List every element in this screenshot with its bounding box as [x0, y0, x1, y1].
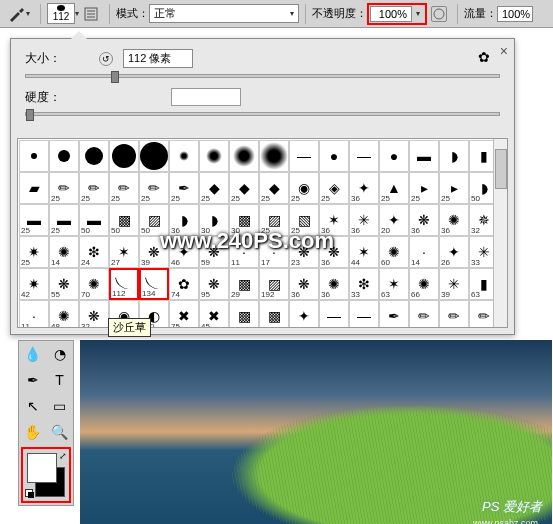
brush-preset[interactable]: ✏25 [109, 172, 139, 204]
brush-preset[interactable]: ✷42 [19, 268, 49, 300]
brush-preset[interactable]: ✿74 [169, 268, 199, 300]
foreground-color[interactable] [27, 453, 57, 483]
brush-preset[interactable]: ·11 [19, 300, 49, 328]
opacity-input[interactable]: 100% [370, 6, 412, 22]
close-icon[interactable]: × [500, 43, 508, 59]
hardness-input[interactable] [171, 88, 241, 106]
brush-preset[interactable]: ◗30 [199, 204, 229, 236]
scrollbar-vertical[interactable] [493, 139, 507, 327]
brush-preset[interactable]: ❋55 [49, 268, 79, 300]
brush-preset[interactable]: ◗36 [169, 204, 199, 236]
hardness-slider[interactable] [25, 112, 500, 116]
default-colors-icon[interactable] [25, 489, 35, 499]
brush-preset[interactable]: ◆25 [199, 172, 229, 204]
brush-preset[interactable]: ❇33 [349, 268, 379, 300]
brush-preset[interactable]: ✦20 [379, 204, 409, 236]
tool-zoom[interactable]: 🔍 [46, 419, 73, 445]
brush-preset[interactable]: ◈25 [319, 172, 349, 204]
swap-colors-icon[interactable]: ⤢ [59, 451, 67, 461]
brush-preset[interactable]: ✦46 [169, 236, 199, 268]
brush-preset[interactable]: — [349, 300, 379, 328]
brush-preset[interactable]: ▩50 [109, 204, 139, 236]
brush-preset[interactable]: ◉25 [289, 172, 319, 204]
brush-preset[interactable]: ▸25 [439, 172, 469, 204]
brush-preset[interactable]: ✦36 [349, 172, 379, 204]
brush-preset[interactable]: ▧25 [289, 204, 319, 236]
brush-preset[interactable]: ▩ [229, 300, 259, 328]
brush-preset[interactable] [199, 140, 229, 172]
brush-preset[interactable]: ✺14 [49, 236, 79, 268]
brush-preset[interactable]: ● [379, 140, 409, 172]
brush-preset[interactable] [49, 140, 79, 172]
brush-preset[interactable]: ❋39 [139, 236, 169, 268]
brush-preset[interactable]: ✒25 [169, 172, 199, 204]
brush-preset-picker[interactable]: 112 [47, 3, 75, 24]
brush-preset[interactable]: ❋59 [199, 236, 229, 268]
brush-preset[interactable]: ✺36 [439, 204, 469, 236]
brush-preset[interactable]: ✏25 [139, 172, 169, 204]
tool-dodge[interactable]: ◔ [46, 341, 73, 367]
brush-preset[interactable]: ▲25 [379, 172, 409, 204]
brush-preset[interactable]: ❋36 [289, 268, 319, 300]
size-input[interactable]: 112 像素 [123, 49, 193, 68]
brush-preset[interactable]: ✷25 [19, 236, 49, 268]
brush-preset[interactable]: ◆25 [229, 172, 259, 204]
brush-preset[interactable] [229, 140, 259, 172]
brush-preset[interactable]: ✖45 [199, 300, 229, 328]
brush-preset[interactable]: ▨50 [139, 204, 169, 236]
brush-preset[interactable]: — [349, 140, 379, 172]
tool-path[interactable]: ↖ [19, 393, 46, 419]
brush-preset[interactable]: ▬50 [79, 204, 109, 236]
size-slider[interactable] [25, 74, 500, 78]
brush-preset[interactable]: ✒ [379, 300, 409, 328]
brush-preset[interactable]: ▬25 [19, 204, 49, 236]
brush-preset[interactable]: ✶27 [109, 236, 139, 268]
brush-tool-icon[interactable]: ▾ [4, 4, 34, 24]
brush-preset[interactable] [139, 140, 169, 172]
brush-preset[interactable]: — [319, 300, 349, 328]
brush-preset[interactable]: ❋23 [289, 236, 319, 268]
brush-preset[interactable]: ✏ [439, 300, 469, 328]
brush-preset[interactable]: ▬ [409, 140, 439, 172]
flow-input[interactable]: 100% [497, 6, 533, 22]
tool-shape[interactable]: ▭ [46, 393, 73, 419]
brush-preset[interactable]: ·11 [229, 236, 259, 268]
brush-preset[interactable]: ● [319, 140, 349, 172]
brush-preset[interactable]: — [289, 140, 319, 172]
brush-preset[interactable]: ✺60 [379, 236, 409, 268]
chevron-down-icon[interactable]: ▾ [412, 9, 424, 18]
brush-preset[interactable]: ▩ [259, 300, 289, 328]
brush-preset[interactable]: ✏25 [79, 172, 109, 204]
brush-preset[interactable]: ▰ [19, 172, 49, 204]
brush-preset[interactable]: ◗ [439, 140, 469, 172]
brush-preset[interactable]: ▬25 [49, 204, 79, 236]
brush-preset[interactable]: ✏25 [49, 172, 79, 204]
brush-preset[interactable]: ▩29 [229, 268, 259, 300]
brush-preset[interactable]: ✳39 [439, 268, 469, 300]
pressure-opacity-icon[interactable] [431, 6, 447, 22]
brush-preset[interactable]: ▨25 [259, 204, 289, 236]
brush-preset[interactable]: ·17 [259, 236, 289, 268]
brush-preset[interactable]: ❋32 [79, 300, 109, 328]
brush-preset[interactable]: ✶36 [319, 204, 349, 236]
reset-size-icon[interactable]: ↺ [99, 52, 113, 66]
brush-preset[interactable]: 134 [139, 268, 169, 300]
brush-preset[interactable]: ◆25 [259, 172, 289, 204]
tool-pen[interactable]: ✒ [19, 367, 46, 393]
brush-preset[interactable]: ❋36 [409, 204, 439, 236]
brush-preset[interactable]: ✶44 [349, 236, 379, 268]
brush-preset[interactable]: ·14 [409, 236, 439, 268]
brush-preset[interactable]: ✶63 [379, 268, 409, 300]
brush-preset[interactable]: ✦26 [439, 236, 469, 268]
brush-preset[interactable]: ✏ [409, 300, 439, 328]
brush-preset[interactable]: 112 [109, 268, 139, 300]
brush-preset[interactable] [169, 140, 199, 172]
brush-preset[interactable]: ❋36 [319, 236, 349, 268]
brush-preset[interactable]: ✺66 [409, 268, 439, 300]
brush-preset[interactable] [19, 140, 49, 172]
brush-preset[interactable] [109, 140, 139, 172]
tool-hand[interactable]: ✋ [19, 419, 46, 445]
gear-icon[interactable]: ✿ [478, 49, 490, 65]
brush-preset[interactable]: ▨192 [259, 268, 289, 300]
canvas-area[interactable]: PS 爱好者 www.psahz.com [80, 340, 552, 524]
